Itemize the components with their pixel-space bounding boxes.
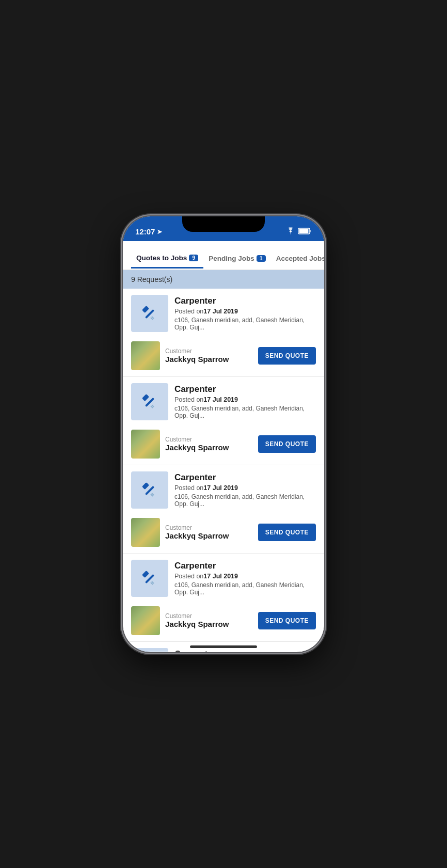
tab-pending-label: Pending Jobs: [209, 255, 254, 262]
customer-label: Customer: [165, 524, 253, 531]
avatar-image: [131, 341, 160, 370]
home-indicator: [190, 645, 257, 648]
send-quote-button[interactable]: SEND QUOTE: [258, 347, 316, 365]
tab-quotes-to-jobs[interactable]: Quotes to Jobs 9: [131, 250, 203, 269]
navigation-icon: ➤: [157, 228, 162, 235]
job-icon: [131, 560, 168, 597]
job-address: c106, Ganesh meridian, add, Ganesh Merid…: [174, 317, 316, 331]
job-top: Carpenter Posted on17 Jul 2019 c106, Gan…: [123, 554, 324, 602]
customer-details: Customer Jackkyq Sparrow: [165, 524, 253, 540]
job-title: Carpenter: [174, 649, 316, 652]
job-title: Carpenter: [174, 296, 316, 306]
send-quote-button[interactable]: SEND QUOTE: [258, 435, 316, 453]
customer-details: Customer Jackkyq Sparrow: [165, 436, 253, 452]
customer-details: Customer Jackkyq Sparrow: [165, 612, 253, 628]
jobs-list[interactable]: Carpenter Posted on17 Jul 2019 c106, Gan…: [123, 289, 324, 652]
customer-name: Jackkyq Sparrow: [165, 620, 253, 628]
job-info: Carpenter Posted on17 Jul 2019 c106, Gan…: [174, 295, 316, 332]
job-icon: [131, 648, 168, 652]
job-info: Carpenter Posted on17 Jul 2019 c106, Gan…: [174, 383, 316, 420]
tab-pending-jobs[interactable]: Pending Jobs 1: [203, 250, 271, 267]
status-time: 12:07 ➤: [135, 227, 162, 236]
carpenter-icon: [139, 391, 160, 412]
job-icon: [131, 295, 168, 332]
customer-label: Customer: [165, 612, 253, 620]
send-quote-button[interactable]: SEND QUOTE: [258, 612, 316, 629]
phone-frame: 12:07 ➤: [123, 216, 324, 652]
svg-rect-3: [142, 305, 149, 312]
tab-accepted-jobs[interactable]: Accepted Jobs 3: [271, 250, 324, 267]
job-top: Carpenter Posted on17 Jul 2019 c106, Gan…: [123, 377, 324, 425]
svg-rect-11: [142, 482, 149, 489]
svg-rect-7: [142, 393, 149, 401]
customer-row: Customer Jackkyq Sparrow SEND QUOTE: [123, 425, 324, 465]
customer-label: Customer: [165, 348, 253, 355]
wifi-icon: [286, 227, 295, 236]
requests-bar: 9 Request(s): [123, 270, 324, 289]
customer-row: Customer Jackkyq Sparrow SEND QUOTE: [123, 337, 324, 376]
customer-name: Jackkyq Sparrow: [165, 531, 253, 540]
job-title: Carpenter: [174, 384, 316, 394]
carpenter-icon: [139, 303, 160, 324]
notch: [182, 216, 265, 232]
avatar: [131, 341, 160, 370]
job-card: Carpenter Posted on17 Jul 2019 c106, Gan…: [123, 465, 324, 554]
job-top: Carpenter Posted on17 Jul 2019 c106, Gan…: [123, 465, 324, 514]
tab-pending-badge: 1: [257, 255, 266, 262]
send-quote-button[interactable]: SEND QUOTE: [258, 524, 316, 541]
customer-row: Customer Jackkyq Sparrow SEND QUOTE: [123, 514, 324, 553]
job-posted: Posted on17 Jul 2019: [174, 396, 316, 403]
customer-name: Jackkyq Sparrow: [165, 443, 253, 452]
status-icons: [286, 227, 312, 236]
job-card: Carpenter Posted on17 Jul 2019 c106, Gan…: [123, 554, 324, 642]
avatar: [131, 606, 160, 635]
svg-rect-1: [299, 229, 309, 233]
phone-screen: 12:07 ➤: [123, 216, 324, 652]
avatar: [131, 430, 160, 459]
tab-quotes-label: Quotes to Jobs: [136, 254, 187, 262]
avatar: [131, 518, 160, 547]
nav-tabs: Quotes to Jobs 9 Pending Jobs 1 Accepted…: [131, 248, 316, 270]
job-posted: Posted on17 Jul 2019: [174, 484, 316, 492]
svg-rect-2: [310, 230, 312, 232]
job-card: Carpenter Posted on17 Jul 2019 c106, Gan…: [123, 289, 324, 377]
app-header: Quotes to Jobs 9 Pending Jobs 1 Accepted…: [123, 241, 324, 270]
job-posted: Posted on17 Jul 2019: [174, 573, 316, 580]
customer-details: Customer Jackkyq Sparrow: [165, 348, 253, 364]
job-icon: [131, 471, 168, 509]
carpenter-icon: [139, 480, 160, 500]
job-card: Carpenter Posted on17 Jul 2019 c106, Gan…: [123, 377, 324, 465]
job-info: Carpenter Posted on17 Jul 2019 c106, Gan…: [174, 471, 316, 509]
job-title: Carpenter: [174, 472, 316, 483]
job-info: Carpenter Posted on17 Jul 2019 c106, Gan…: [174, 560, 316, 597]
customer-name: Jackkyq Sparrow: [165, 355, 253, 364]
avatar-image: [131, 518, 160, 547]
svg-rect-15: [142, 570, 149, 577]
battery-icon: [298, 227, 312, 236]
job-address: c106, Ganesh meridian, add, Ganesh Merid…: [174, 493, 316, 508]
job-icon: [131, 383, 168, 420]
job-posted: Posted on17 Jul 2019: [174, 308, 316, 315]
avatar-image: [131, 430, 160, 459]
tab-accepted-label: Accepted Jobs: [276, 255, 324, 262]
requests-count: 9 Request(s): [131, 275, 172, 283]
job-top: Carpenter Posted on17 Jul 2019 c106, Gan…: [123, 289, 324, 337]
customer-label: Customer: [165, 436, 253, 443]
customer-row: Customer Jackkyq Sparrow SEND QUOTE: [123, 602, 324, 641]
job-title: Carpenter: [174, 561, 316, 571]
job-address: c106, Ganesh meridian, add, Ganesh Merid…: [174, 405, 316, 419]
carpenter-icon: [139, 568, 160, 589]
time-display: 12:07: [135, 227, 155, 236]
job-address: c106, Ganesh meridian, add, Ganesh Merid…: [174, 581, 316, 596]
tab-quotes-badge: 9: [189, 255, 198, 261]
job-info: Carpenter Posted on17 Jul 2019 c106, Gan…: [174, 648, 316, 652]
avatar-image: [131, 606, 160, 635]
